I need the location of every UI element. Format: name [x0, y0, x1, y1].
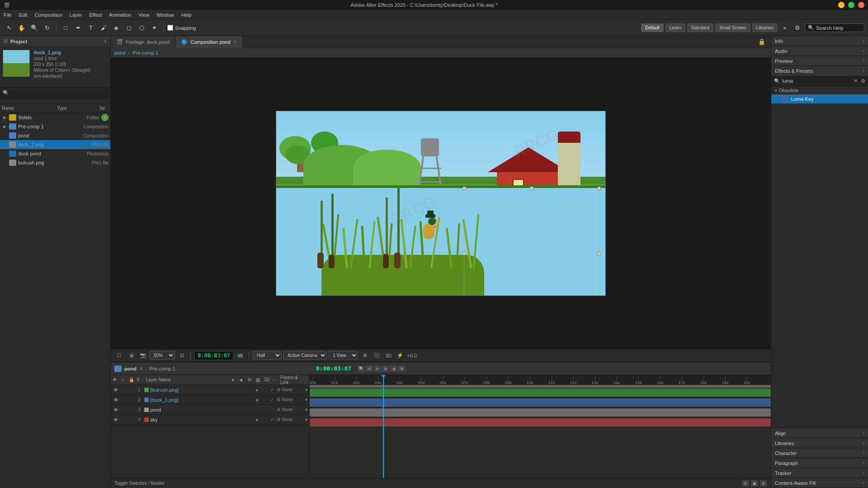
layer-3-arrow[interactable]: ▾: [305, 407, 307, 412]
ctrl-3d[interactable]: 3D: [383, 351, 393, 360]
asset-solids[interactable]: ▶ Solids Folder +: [0, 113, 110, 122]
workspace-standard[interactable]: Standard: [687, 23, 714, 32]
layer-2-link[interactable]: ⚙ None: [277, 397, 304, 402]
workspace-more[interactable]: »: [779, 23, 790, 33]
effects-search-input[interactable]: [782, 78, 852, 84]
layer-1-check[interactable]: ✓: [269, 387, 275, 393]
asset-precomp1[interactable]: ▶ Pre-comp 1 Composition: [0, 122, 110, 131]
tool-zoom[interactable]: 🔍: [29, 23, 40, 33]
tracker-section[interactable]: Tracker ›: [771, 468, 868, 478]
layer-1-link[interactable]: ⚙ None: [277, 387, 304, 392]
timeline-comp-close[interactable]: ✕: [139, 366, 143, 371]
ctrl-fast-preview[interactable]: ⚡: [395, 351, 405, 360]
menu-file[interactable]: File: [4, 12, 12, 18]
workspace-learn[interactable]: Learn: [665, 23, 685, 32]
tl-btn-3[interactable]: ⊕: [382, 366, 389, 372]
tool-shape[interactable]: □: [60, 23, 71, 33]
asset-add-icon[interactable]: +: [101, 114, 108, 121]
timeline-comp-name[interactable]: pond: [124, 366, 137, 371]
layer-3-check[interactable]: [269, 407, 275, 413]
ctrl-snapshot[interactable]: 📷: [138, 351, 148, 360]
menu-layer[interactable]: Layer: [70, 12, 82, 18]
menu-animation[interactable]: Animation: [109, 12, 131, 18]
layer-3-visible[interactable]: 👁: [113, 407, 119, 413]
character-section[interactable]: Character ›: [771, 448, 868, 458]
layer-4-check[interactable]: ✓: [269, 417, 275, 423]
project-search-bar[interactable]: 🔍: [0, 88, 110, 99]
ctrl-zoom-select[interactable]: 50% 25% 100%: [150, 351, 175, 360]
project-panel-menu[interactable]: ≡: [104, 39, 107, 44]
asset-duck1png[interactable]: duck_1.png PNG file: [0, 140, 110, 149]
ctrl-zoom-fit[interactable]: ⊡: [177, 351, 187, 360]
effects-search-bar[interactable]: 🔍 ✕ ⚙: [771, 76, 868, 86]
tl-btn-5[interactable]: ⊗: [398, 366, 406, 372]
preview-section[interactable]: Preview ›: [771, 56, 868, 66]
close-button[interactable]: ✕: [858, 2, 864, 8]
ctrl-transparency[interactable]: ⬛: [372, 351, 382, 360]
layer-2-fx[interactable]: [261, 397, 268, 403]
workspace-settings[interactable]: ⚙: [792, 23, 803, 33]
layer-row-3[interactable]: 👁 3 pond ⚙ None ▾: [111, 405, 309, 415]
ctrl-camera[interactable]: 📹: [235, 351, 245, 360]
layer-1-visible[interactable]: 👁: [113, 387, 119, 393]
viewer-lock-btn[interactable]: 🔒: [756, 37, 767, 47]
menu-window[interactable]: Window: [156, 12, 174, 18]
toggle-label[interactable]: Toggle Switches / Modes: [114, 481, 165, 486]
layer-2-check[interactable]: ✓: [269, 397, 275, 403]
ctrl-grid[interactable]: ⊞: [360, 351, 370, 360]
project-expand-icon[interactable]: ☰: [4, 39, 8, 44]
layer-1-arrow[interactable]: ▾: [305, 387, 307, 392]
minimize-button[interactable]: —: [838, 2, 844, 8]
layer-1-fx[interactable]: [261, 387, 268, 393]
paragraph-section[interactable]: Paragraph ›: [771, 458, 868, 468]
layer-3-fx[interactable]: [261, 407, 268, 413]
viewer-tab-footage[interactable]: 🎬 Footage: duck pond: [111, 36, 175, 48]
ctrl-always-preview[interactable]: ☐: [114, 351, 124, 360]
effects-search-option[interactable]: ⚙: [861, 78, 865, 84]
tool-puppet[interactable]: ✦: [149, 23, 160, 33]
effects-cat-obsolete[interactable]: ▾ Obsolete: [771, 86, 868, 94]
search-help-bar[interactable]: 🔍: [805, 23, 864, 32]
tl-btn-2[interactable]: ⊳: [374, 366, 381, 372]
tool-text[interactable]: T: [85, 23, 96, 33]
tool-pen[interactable]: ✒: [73, 23, 84, 33]
tool-eraser[interactable]: ◻: [123, 23, 134, 33]
breadcrumb-precomp1[interactable]: Pre-comp 1: [132, 50, 158, 56]
tl-bottom-btn-2[interactable]: ◉: [751, 480, 758, 487]
ctrl-preview-mode[interactable]: 🖥: [126, 351, 136, 360]
info-section[interactable]: Info ›: [771, 36, 868, 46]
effects-presets-header[interactable]: Effects & Presets ›: [771, 66, 868, 76]
menu-effect[interactable]: Effect: [89, 12, 102, 18]
menu-edit[interactable]: Edit: [19, 12, 28, 18]
workspace-libraries[interactable]: Libraries: [752, 23, 778, 32]
tl-btn-4[interactable]: ◈: [390, 366, 397, 372]
align-section[interactable]: Align ›: [771, 428, 868, 438]
tool-rotate[interactable]: ↻: [42, 23, 52, 33]
search-help-input[interactable]: [816, 25, 861, 31]
effects-item-luma-key[interactable]: Luma Key: [771, 94, 868, 103]
comp-tab-close[interactable]: ✕: [233, 39, 237, 44]
menu-view[interactable]: View: [138, 12, 149, 18]
layer-row-1[interactable]: 👁 1 [bulrush.png] ◈ ✓ ⚙ None ▾: [111, 385, 309, 395]
content-aware-section[interactable]: Content-Aware Fill ›: [771, 478, 868, 488]
ctrl-quality-select[interactable]: Half Full Quarter: [253, 351, 282, 360]
effects-clear-btn[interactable]: ✕: [854, 78, 858, 84]
ctrl-view-select[interactable]: Active Camera: [283, 351, 327, 360]
viewer-tab-comp[interactable]: 🔷 Composition pond ✕: [175, 36, 243, 48]
breadcrumb-pond[interactable]: pond: [114, 50, 125, 56]
libraries-section[interactable]: Libraries ›: [771, 438, 868, 448]
layer-4-fx[interactable]: [261, 417, 268, 423]
playhead[interactable]: [383, 375, 384, 478]
menu-help[interactable]: Help: [181, 12, 192, 18]
asset-duckpond[interactable]: duck pond Photoshop: [0, 149, 110, 158]
menu-composition[interactable]: Composition: [35, 12, 62, 18]
layer-4-link[interactable]: ⚙ None: [277, 417, 304, 422]
layer-2-arrow[interactable]: ▾: [305, 397, 307, 402]
snapping-control[interactable]: Snapping: [167, 25, 196, 31]
snapping-checkbox[interactable]: [167, 25, 173, 31]
project-search-input[interactable]: [11, 90, 108, 96]
layer-4-visible[interactable]: 👁: [113, 417, 119, 422]
layer-row-4[interactable]: 👁 4 sky ◈ ✓ ⚙ None ▾: [111, 415, 309, 425]
layer-row-2[interactable]: 👁 2 [duck_1.png] ◈ ✓ ⚙ None ▾: [111, 395, 309, 405]
workspace-default[interactable]: Default: [641, 23, 664, 32]
